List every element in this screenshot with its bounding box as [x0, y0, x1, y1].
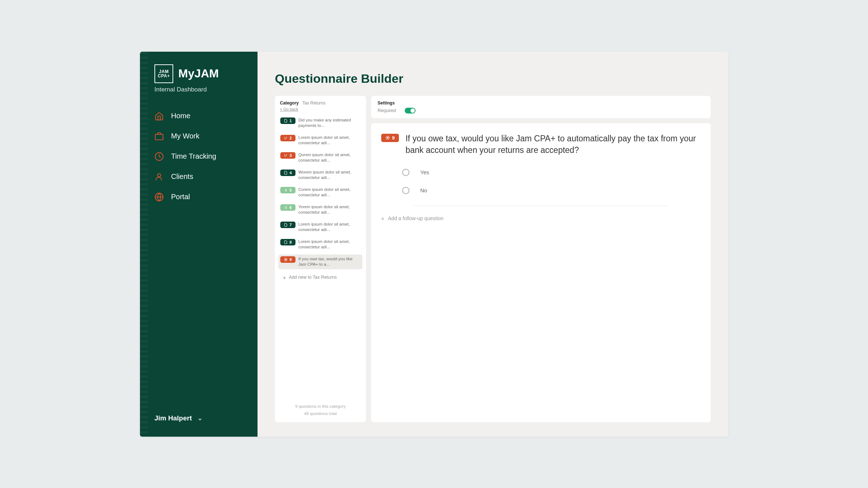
question-badge: 4	[280, 170, 295, 176]
nav-item-time-tracking[interactable]: Time Tracking	[154, 152, 247, 161]
detail-column: Settings Required 9 If you owe tax, woul…	[371, 96, 711, 422]
divider	[414, 206, 668, 206]
question-text: Corem ipsum dolor sit amet, consectetur …	[298, 187, 361, 198]
detail-badge-num: 9	[392, 135, 395, 141]
app-window: JAM CPA+ MyJAM Internal Dashboard Home M…	[140, 52, 728, 437]
question-item[interactable]: 6 Yorem ipsum dolor sit amet, consectetu…	[278, 202, 362, 217]
brand-subtitle: Internal Dashboard	[151, 86, 247, 93]
required-toggle[interactable]	[405, 108, 416, 114]
list-icon	[284, 206, 288, 209]
question-list-panel: Category Tax Returns < Go back 1 Did you…	[275, 96, 366, 422]
svg-point-7	[387, 137, 388, 138]
svg-point-2	[158, 174, 161, 177]
svg-rect-0	[155, 134, 163, 140]
branch-icon	[284, 136, 288, 140]
option-no[interactable]: No	[402, 187, 701, 194]
user-name: Jim Halpert	[154, 414, 192, 422]
question-item[interactable]: 1 Did you make any estimated payments to…	[278, 116, 362, 130]
radio-icon	[284, 258, 288, 261]
content: Category Tax Returns < Go back 1 Did you…	[275, 96, 711, 422]
globe-icon	[154, 192, 164, 202]
doc-icon	[284, 223, 288, 227]
detail-panel: 9 If you owe tax, would you like Jam CPA…	[371, 123, 711, 422]
nav-label: Clients	[171, 172, 193, 181]
question-text: Lorem ipsum dolor sit amet, consectetur …	[298, 135, 361, 146]
nav: Home My Work Time Tracking Clients	[151, 111, 247, 202]
question-text: Qorem ipsum dolor sit amet, consectetur …	[298, 152, 361, 163]
question-badge: 1	[280, 117, 295, 124]
question-item[interactable]: 9 If you owe tax, would you like Jam CPA…	[278, 254, 362, 269]
question-num: 4	[289, 171, 292, 175]
detail-badge: 9	[381, 134, 399, 142]
question-text: If you owe tax, would you like Jam CPA+ …	[298, 256, 361, 267]
question-num: 8	[289, 240, 292, 244]
logo-line1: JAM	[159, 69, 169, 74]
question-badge: 9	[280, 256, 295, 263]
detail-question: If you owe tax, would you like Jam CPA+ …	[405, 133, 701, 156]
question-list: 1 Did you make any estimated payments to…	[278, 116, 362, 269]
nav-item-my-work[interactable]: My Work	[154, 132, 247, 141]
question-item[interactable]: 8 Lorem ipsum dolor sit amet, consectetu…	[278, 237, 362, 252]
go-back-link[interactable]: < Go back	[278, 107, 362, 111]
add-followup-button[interactable]: + Add a follow-up question	[381, 215, 701, 222]
question-num: 3	[289, 153, 292, 158]
option-yes[interactable]: Yes	[402, 169, 701, 176]
doc-icon	[284, 171, 288, 175]
question-item[interactable]: 7 Lorem ipsum dolor sit amet, consectetu…	[278, 220, 362, 235]
branch-icon	[284, 154, 288, 157]
doc-icon	[284, 119, 288, 123]
brand: JAM CPA+ MyJAM	[151, 64, 247, 83]
radio-icon	[402, 187, 409, 194]
add-followup-label: Add a follow-up question	[388, 215, 443, 221]
user-icon	[154, 172, 164, 181]
question-text: Lorem ipsum dolor sit amet, consectetur …	[298, 239, 361, 250]
footer-line1: 9 questions in this category	[278, 403, 362, 410]
question-badge: 6	[280, 204, 295, 211]
list-icon	[284, 188, 288, 192]
question-badge: 2	[280, 135, 295, 141]
radio-icon	[386, 136, 390, 140]
svg-point-5	[285, 259, 286, 260]
briefcase-icon	[154, 132, 164, 141]
chevron-down-icon	[197, 416, 203, 421]
brand-name: MyJAM	[178, 67, 219, 80]
nav-label: Portal	[171, 193, 190, 201]
question-num: 9	[289, 257, 292, 262]
question-item[interactable]: 5 Corem ipsum dolor sit amet, consectetu…	[278, 185, 362, 200]
question-badge: 3	[280, 152, 295, 159]
main: Questionnaire Builder Category Tax Retur…	[258, 52, 728, 437]
question-num: 7	[289, 223, 292, 227]
nav-label: Home	[171, 112, 190, 120]
clock-icon	[154, 152, 164, 161]
question-text: Yorem ipsum dolor sit amet, consectetur …	[298, 204, 361, 215]
nav-item-home[interactable]: Home	[154, 111, 247, 121]
question-text: Worem ipsum dolor sit amet, consectetur …	[298, 170, 361, 181]
question-num: 1	[289, 119, 292, 123]
list-header: Category Tax Returns	[278, 100, 362, 106]
category-label: Category	[280, 100, 299, 106]
required-label: Required	[378, 108, 396, 113]
question-item[interactable]: 3 Qorem ipsum dolor sit amet, consectetu…	[278, 150, 362, 165]
settings-bar: Settings Required	[371, 96, 711, 118]
question-text: Lorem ipsum dolor sit amet, consectetur …	[298, 222, 361, 233]
logo-icon: JAM CPA+	[154, 64, 173, 83]
add-new-button[interactable]: + Add new to Tax Returns	[278, 274, 362, 281]
question-badge: 5	[280, 187, 295, 193]
question-badge: 7	[280, 222, 295, 228]
page-title: Questionnaire Builder	[275, 72, 711, 86]
nav-item-clients[interactable]: Clients	[154, 172, 247, 181]
question-item[interactable]: 4 Worem ipsum dolor sit amet, consectetu…	[278, 168, 362, 183]
question-item[interactable]: 2 Lorem ipsum dolor sit amet, consectetu…	[278, 133, 362, 148]
nav-item-portal[interactable]: Portal	[154, 192, 247, 202]
settings-row: Required	[378, 108, 704, 114]
nav-label: Time Tracking	[171, 152, 216, 160]
question-num: 5	[289, 188, 292, 192]
user-menu[interactable]: Jim Halpert	[151, 414, 247, 422]
logo-line2: CPA+	[158, 74, 170, 78]
radio-icon	[402, 169, 409, 176]
home-icon	[154, 111, 164, 121]
question-badge: 8	[280, 239, 295, 245]
doc-icon	[284, 240, 288, 244]
option-label: Yes	[420, 169, 429, 175]
option-label: No	[420, 187, 427, 193]
